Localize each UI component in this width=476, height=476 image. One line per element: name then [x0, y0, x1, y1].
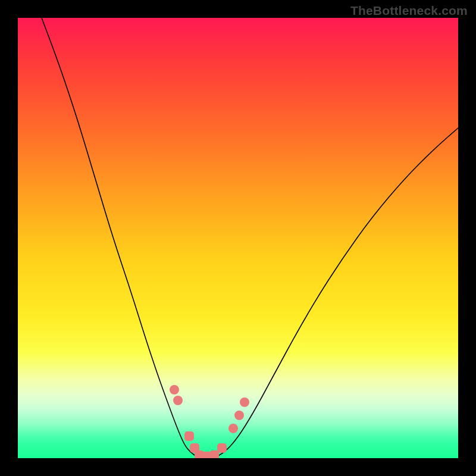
valley-marker — [209, 450, 219, 458]
valley-marker — [217, 443, 227, 453]
valley-marker — [170, 385, 179, 394]
watermark-text: TheBottleneck.com — [350, 4, 468, 18]
valley-marker — [184, 431, 194, 441]
valley-marker — [234, 411, 244, 420]
plot-area — [18, 18, 458, 458]
valley-marker — [173, 396, 183, 405]
valley-markers — [170, 385, 249, 458]
curve-right-branch — [217, 128, 458, 456]
chart-frame: TheBottleneck.com — [0, 0, 476, 476]
valley-marker — [240, 397, 249, 407]
valley-marker — [228, 424, 238, 433]
curve-svg — [18, 18, 458, 458]
